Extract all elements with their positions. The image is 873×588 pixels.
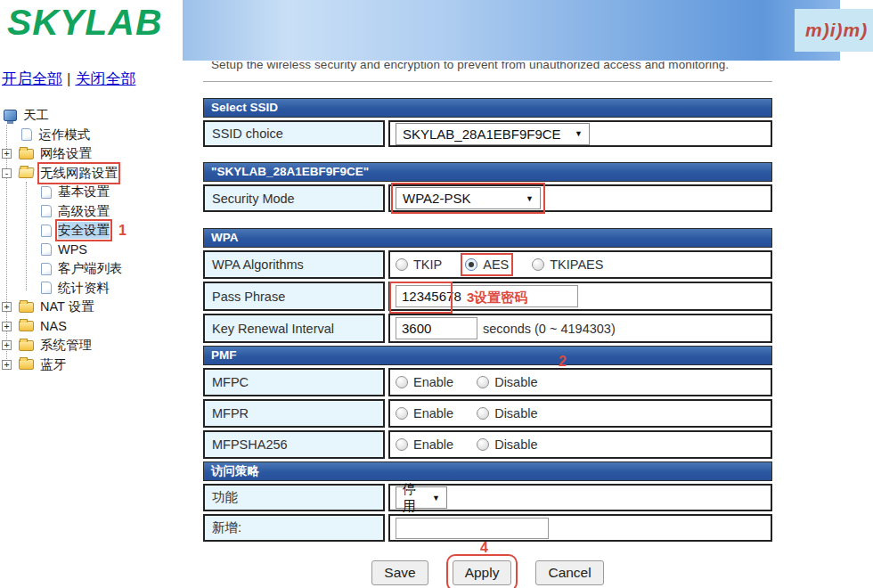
mim-logo: m)i)m) (795, 9, 873, 52)
radio-tkipaes[interactable]: TKIPAES (532, 257, 603, 272)
radio-tkip[interactable]: TKIP (396, 257, 442, 272)
expand-plus-icon[interactable]: + (2, 302, 12, 312)
dropdown-arrow-icon: ▼ (575, 129, 583, 138)
radio-icon[interactable] (532, 258, 544, 271)
folder-icon (19, 321, 34, 331)
document-icon (41, 186, 52, 199)
tree-item-label: 高级设置 (58, 203, 110, 220)
mfpr-cell: Enable Disable (388, 399, 772, 428)
radio-icon[interactable] (396, 376, 408, 388)
collapse-minus-icon[interactable]: - (2, 168, 12, 178)
sidebar-item-root[interactable]: 天工 (2, 106, 200, 126)
form-buttons: 4 Save Apply Cancel (203, 560, 772, 585)
folder-icon (19, 340, 34, 351)
cancel-button[interactable]: Cancel (535, 560, 603, 585)
divider-line (203, 81, 772, 82)
document-icon (41, 243, 52, 256)
sidebar-item-wireless-settings[interactable]: - 无线网路设置 (2, 164, 200, 184)
key-renewal-cell: seconds (0 ~ 4194303) (388, 314, 772, 343)
table-row: Key Renewal Interval seconds (0 ~ 419430… (203, 314, 772, 343)
radio-icon[interactable] (477, 376, 489, 388)
ssid-choice-cell: SKYLAB_28A1EBF9F9CE ▼ (388, 120, 772, 147)
security-mode-label: Security Mode (203, 184, 385, 212)
ssid-choice-label: SSID choice (203, 120, 385, 147)
sidebar-item-statistics[interactable]: 统计资料 (2, 279, 200, 298)
table-row: WPA Algorithms TKIP AES TKIPAES (203, 250, 772, 279)
radio-icon[interactable] (477, 407, 489, 420)
radio-enable-label: Enable (413, 406, 453, 421)
section-header: WPA (203, 228, 772, 248)
sidebar-item-client-list[interactable]: 客户端列表 (2, 259, 200, 279)
policy-function-value: 停用 (403, 481, 423, 515)
key-renewal-input[interactable] (396, 317, 477, 339)
dropdown-arrow-icon: ▼ (526, 194, 534, 203)
sidebar-item-security-settings[interactable]: 安全设置 1 (2, 221, 200, 241)
sidebar-item-basic-settings[interactable]: 基本设置 (2, 183, 200, 202)
radio-selected-icon[interactable] (465, 258, 477, 271)
sidebar-item-advanced-settings[interactable]: 高级设置 (2, 202, 200, 222)
sidebar-item-wps[interactable]: WPS (2, 241, 200, 260)
sidebar-item-nat-settings[interactable]: + NAT 设置 (2, 298, 200, 317)
folder-icon (19, 359, 34, 370)
intro-text-clipped: Setup the wireless security and encrypti… (211, 61, 771, 74)
skylab-logo: SKYLAB (7, 2, 163, 44)
radio-icon[interactable] (396, 258, 408, 271)
folder-icon (19, 302, 34, 313)
expand-plus-icon[interactable]: + (2, 340, 12, 350)
sidebar-item-network-settings[interactable]: + 网络设置 (2, 144, 200, 164)
top-banner (183, 0, 840, 61)
radio-aes[interactable]: AES (465, 257, 509, 272)
radio-mfpr-enable[interactable]: Enable (396, 406, 453, 421)
expand-all-link[interactable]: 开启全部 (2, 70, 62, 87)
tree-item-label: 无线网路设置 (40, 165, 118, 182)
sidebar-item-operation-mode[interactable]: 运作模式 (2, 126, 200, 145)
ssid-choice-value: SKYLAB_28A1EBF9F9CE (403, 127, 561, 142)
document-icon (41, 225, 52, 237)
radio-mfpc-disable[interactable]: Disable (477, 375, 537, 389)
annotation-step1-number: 1 (118, 223, 126, 239)
expand-plus-icon[interactable]: + (2, 149, 12, 159)
document-icon (41, 205, 52, 217)
radio-mfpr-disable[interactable]: Disable (477, 406, 537, 421)
tree-item-label: 蓝牙 (40, 356, 66, 373)
table-row: MFPSHA256 Enable Disable (203, 430, 772, 459)
tree-expand-links: 开启全部|关闭全部 (2, 69, 135, 89)
policy-function-select[interactable]: 停用 ▼ (396, 486, 447, 509)
ssid-choice-select[interactable]: SKYLAB_28A1EBF9F9CE ▼ (396, 123, 590, 145)
sidebar-item-system-management[interactable]: + 系统管理 (2, 336, 200, 355)
link-separator: | (67, 70, 70, 87)
tree-item-label: 天工 (23, 107, 49, 124)
navigation-tree: 天工 运作模式 + 网络设置 - 无线网路设置 基本设置 高级设置 安全设置 1 (2, 106, 200, 374)
radio-mfpsha256-enable[interactable]: Enable (396, 437, 453, 452)
policy-add-label: 新增: (203, 514, 385, 542)
radio-icon[interactable] (396, 407, 408, 420)
expand-plus-icon[interactable]: + (2, 322, 12, 331)
security-mode-cell: WPA2-PSK ▼ (388, 184, 772, 212)
radio-icon[interactable] (477, 438, 489, 451)
radio-enable-label: Enable (413, 437, 453, 452)
collapse-all-link[interactable]: 关闭全部 (75, 70, 135, 87)
save-button[interactable]: Save (371, 560, 428, 585)
tree-item-label: WPS (58, 242, 87, 257)
radio-mfpsha256-disable[interactable]: Disable (477, 437, 537, 452)
radio-mfpc-enable[interactable]: Enable (396, 375, 453, 389)
radio-disable-label: Disable (494, 406, 537, 421)
apply-button[interactable]: Apply (453, 560, 512, 585)
computer-icon (4, 110, 17, 121)
policy-function-label: 功能 (203, 484, 385, 511)
sidebar-item-nas[interactable]: + NAS (2, 317, 200, 337)
mfpr-label: MFPR (203, 399, 385, 428)
policy-add-input[interactable] (396, 518, 549, 539)
radio-icon[interactable] (396, 438, 408, 451)
folder-icon (19, 149, 34, 159)
section-header: 访问策略 (203, 461, 772, 481)
document-icon (21, 128, 32, 141)
intro-text: Setup the wireless security and encrypti… (211, 61, 771, 71)
policy-add-cell (388, 514, 772, 542)
expand-plus-icon[interactable]: + (2, 360, 12, 370)
table-row: 新增: (203, 514, 772, 542)
table-row: MFPR Enable Disable (203, 399, 772, 428)
security-mode-select[interactable]: WPA2-PSK ▼ (396, 187, 541, 209)
tree-item-label: 网络设置 (40, 145, 92, 162)
sidebar-item-bluetooth[interactable]: + 蓝牙 (2, 355, 200, 375)
